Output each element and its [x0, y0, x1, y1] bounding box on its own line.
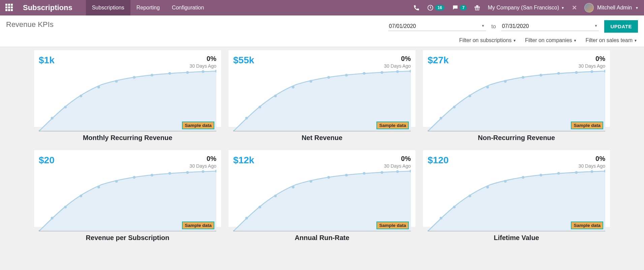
date-from-input[interactable]	[388, 22, 486, 31]
svg-point-63	[363, 172, 366, 175]
kpi-pct: 0%	[384, 155, 411, 163]
filter-label: Filter on sales team	[585, 37, 633, 43]
kpi-sub: 30 Days Ago	[384, 163, 411, 169]
svg-point-20	[292, 86, 295, 89]
filter-companies[interactable]: Filter on companies ▼	[525, 37, 577, 43]
activities-icon[interactable]: 16	[427, 4, 444, 11]
svg-point-70	[453, 206, 456, 208]
to-label: to	[491, 24, 496, 30]
svg-point-44	[64, 206, 67, 208]
debug-close-icon[interactable]: ✕	[572, 4, 577, 11]
nav-tab-subscriptions[interactable]: Subscriptions	[86, 0, 130, 15]
phone-icon[interactable]	[413, 5, 420, 11]
svg-point-76	[557, 172, 560, 175]
kpi-value: $27k	[428, 55, 449, 66]
svg-point-4	[51, 117, 54, 120]
kpi-value: $1k	[39, 55, 55, 66]
apps-icon[interactable]	[5, 4, 13, 12]
svg-point-36	[540, 74, 542, 76]
svg-point-74	[522, 176, 524, 179]
svg-point-38	[575, 71, 578, 74]
kpi-chart: Sample data	[428, 169, 605, 231]
caret-down-icon: ▼	[561, 6, 564, 10]
kpi-pct: 0%	[579, 155, 605, 163]
dashboard: $1k 0% 30 Days Ago Sample data	[0, 47, 644, 270]
svg-point-71	[468, 195, 471, 197]
control-panel: Revenue KPIs ▼ to ▼ UPDATE Filter on sub…	[0, 15, 644, 47]
svg-point-33	[486, 86, 489, 89]
svg-point-22	[327, 76, 330, 79]
nav-right: 16 7 My Company (San Francisco) ▼ ✕ Mitc…	[413, 3, 639, 12]
svg-point-8	[115, 80, 118, 83]
svg-point-32	[468, 95, 471, 97]
kpi-chart: Sample data	[428, 69, 605, 131]
kpi-card[interactable]: $55k 0% 30 Days Ago Sample data	[228, 50, 416, 127]
kpi-sub: 30 Days Ago	[384, 63, 411, 69]
svg-point-62	[345, 174, 348, 176]
sample-data-badge: Sample data	[182, 122, 214, 129]
svg-point-72	[486, 186, 489, 189]
kpi-card[interactable]: $12k 0% 30 Days Ago Sample data	[228, 150, 416, 227]
kpi-title: Net Revenue	[228, 134, 416, 142]
kpi-chart: Sample data	[39, 69, 216, 131]
date-range-row: ▼ to ▼ UPDATE	[388, 20, 638, 33]
svg-point-43	[51, 217, 54, 220]
nav-tab-reporting[interactable]: Reporting	[130, 0, 166, 15]
svg-point-49	[151, 174, 153, 176]
svg-point-50	[168, 172, 171, 175]
svg-point-65	[396, 170, 399, 173]
sample-data-badge: Sample data	[376, 222, 409, 229]
svg-point-10	[151, 74, 153, 76]
user-menu[interactable]: Mitchell Admin ▼	[584, 3, 639, 12]
svg-point-6	[80, 95, 82, 97]
kpi-card[interactable]: $120 0% 30 Days Ago Sample data	[423, 150, 610, 227]
svg-point-61	[327, 176, 330, 179]
svg-point-34	[504, 80, 507, 83]
company-name: My Company (San Francisco)	[488, 5, 559, 11]
svg-point-23	[345, 74, 348, 76]
svg-point-77	[575, 171, 578, 174]
svg-point-26	[396, 70, 399, 73]
caret-down-icon: ▼	[513, 39, 516, 42]
kpi-grid: $1k 0% 30 Days Ago Sample data	[34, 50, 610, 244]
svg-point-59	[292, 186, 295, 189]
kpi-card[interactable]: $1k 0% 30 Days Ago Sample data	[34, 50, 221, 127]
kpi-chart: Sample data	[233, 169, 411, 231]
svg-point-60	[310, 180, 312, 183]
caret-down-icon: ▼	[634, 39, 637, 42]
svg-point-39	[591, 70, 593, 73]
svg-point-35	[522, 76, 524, 79]
svg-point-47	[115, 180, 118, 183]
kpi-value: $120	[428, 155, 449, 166]
sample-data-badge: Sample data	[376, 122, 409, 129]
nav-tabs: Subscriptions Reporting Configuration	[86, 0, 210, 15]
svg-point-12	[186, 71, 189, 74]
sample-data-badge: Sample data	[182, 222, 214, 229]
svg-point-7	[97, 86, 100, 89]
svg-point-57	[258, 206, 261, 208]
filter-label: Filter on companies	[525, 37, 572, 43]
svg-point-24	[363, 72, 366, 75]
filter-sales-team[interactable]: Filter on sales team ▼	[585, 37, 637, 43]
update-button[interactable]: UPDATE	[604, 20, 638, 33]
company-switcher[interactable]: My Company (San Francisco) ▼	[488, 5, 564, 11]
svg-point-25	[380, 71, 383, 74]
filter-row: Filter on subscriptions ▼ Filter on comp…	[459, 37, 638, 43]
nav-tab-configuration[interactable]: Configuration	[166, 0, 210, 15]
kpi-chart: Sample data	[233, 69, 411, 131]
kpi-value: $55k	[233, 55, 254, 66]
discuss-badge: 7	[460, 5, 467, 10]
kpi-card[interactable]: $27k 0% 30 Days Ago Sample data	[423, 50, 610, 127]
svg-point-9	[133, 76, 135, 79]
discuss-icon[interactable]: 7	[452, 4, 467, 11]
app-brand: Subscriptions	[23, 3, 72, 12]
kpi-card[interactable]: $20 0% 30 Days Ago Sample data	[34, 150, 221, 227]
date-to-input[interactable]	[501, 22, 599, 31]
svg-point-37	[557, 72, 560, 75]
gift-icon[interactable]	[474, 5, 480, 11]
kpi-sub: 30 Days Ago	[579, 63, 605, 69]
svg-point-75	[540, 174, 542, 176]
filter-subscriptions[interactable]: Filter on subscriptions ▼	[459, 37, 516, 43]
sample-data-badge: Sample data	[571, 222, 603, 229]
svg-point-73	[504, 180, 507, 183]
